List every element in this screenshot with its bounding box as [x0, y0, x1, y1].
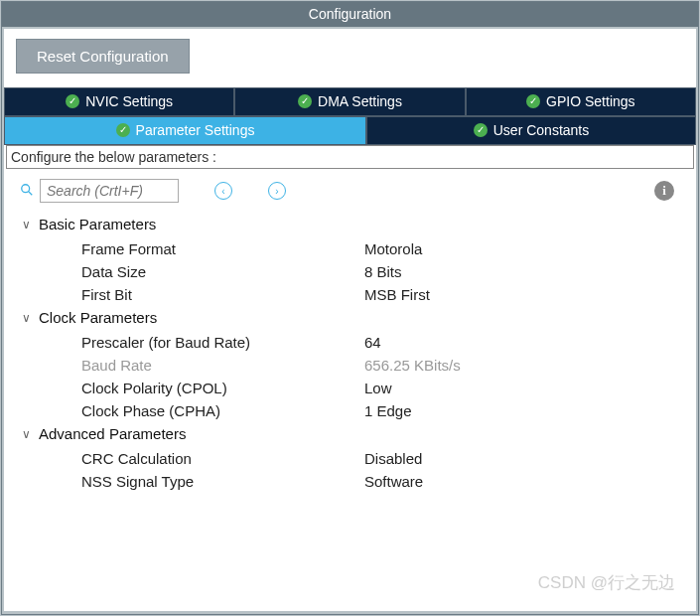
window-title-bar: Configuration [2, 2, 698, 27]
param-nss[interactable]: NSS Signal Type Software [22, 470, 678, 493]
section-title: Clock Parameters [39, 309, 157, 326]
prev-icon[interactable]: ‹ [214, 182, 232, 200]
info-icon[interactable]: i [654, 181, 674, 201]
section-basic[interactable]: ∨ Basic Parameters [22, 213, 678, 237]
tab-user-constants[interactable]: ✓ User Constants [366, 116, 696, 145]
param-label: First Bit [81, 286, 364, 303]
param-value: 1 Edge [364, 402, 412, 419]
reset-button[interactable]: Reset Configuration [16, 39, 190, 74]
param-value: Motorola [364, 240, 422, 257]
param-value: 64 [364, 334, 381, 351]
tab-label: DMA Settings [318, 93, 402, 109]
param-label: Prescaler (for Baud Rate) [81, 334, 364, 351]
tabs-row-1: ✓ NVIC Settings ✓ DMA Settings ✓ GPIO Se… [4, 87, 696, 116]
svg-point-0 [22, 184, 30, 192]
check-icon: ✓ [474, 123, 488, 137]
next-icon[interactable]: › [268, 182, 286, 200]
config-window: Configuration Reset Configuration ✓ NVIC… [1, 1, 699, 615]
param-value: 656.25 KBits/s [364, 357, 461, 374]
param-label: NSS Signal Type [81, 473, 364, 490]
check-icon: ✓ [298, 94, 312, 108]
search-row: ‹ › i [4, 169, 696, 213]
search-input[interactable] [40, 179, 179, 203]
chevron-down-icon: ∨ [22, 218, 31, 231]
filter-bar: Configure the below parameters : [6, 145, 694, 169]
search-icon[interactable] [20, 183, 34, 200]
param-cpha[interactable]: Clock Phase (CPHA) 1 Edge [22, 399, 678, 422]
param-value: Low [364, 380, 392, 396]
param-value: MSB First [364, 286, 430, 303]
param-first-bit[interactable]: First Bit MSB First [22, 283, 678, 306]
param-label: Data Size [81, 263, 364, 280]
tab-nvic[interactable]: ✓ NVIC Settings [4, 87, 234, 116]
param-value: Disabled [364, 450, 422, 467]
config-panel: Reset Configuration ✓ NVIC Settings ✓ DM… [4, 29, 696, 611]
params-body: ∨ Basic Parameters Frame Format Motorola… [4, 213, 696, 493]
param-crc[interactable]: CRC Calculation Disabled [22, 447, 678, 470]
section-title: Advanced Parameters [39, 425, 186, 442]
tab-gpio[interactable]: ✓ GPIO Settings [466, 87, 696, 116]
svg-line-1 [29, 191, 33, 195]
param-value: 8 Bits [364, 263, 402, 280]
tab-parameter-settings[interactable]: ✓ Parameter Settings [4, 116, 366, 145]
reset-button-label: Reset Configuration [37, 48, 169, 65]
tab-label: NVIC Settings [85, 93, 173, 109]
check-icon: ✓ [116, 123, 130, 137]
param-baud-rate: Baud Rate 656.25 KBits/s [22, 354, 678, 377]
chevron-down-icon: ∨ [22, 311, 31, 325]
tab-label: User Constants [493, 122, 589, 138]
tab-label: Parameter Settings [136, 122, 255, 138]
param-prescaler[interactable]: Prescaler (for Baud Rate) 64 [22, 331, 678, 354]
param-label: Clock Polarity (CPOL) [81, 380, 364, 396]
section-clock[interactable]: ∨ Clock Parameters [22, 306, 678, 331]
section-advanced[interactable]: ∨ Advanced Parameters [22, 422, 678, 447]
filter-label: Configure the below parameters : [11, 149, 216, 165]
param-cpol[interactable]: Clock Polarity (CPOL) Low [22, 377, 678, 399]
param-data-size[interactable]: Data Size 8 Bits [22, 260, 678, 283]
section-title: Basic Parameters [39, 216, 156, 232]
window-title: Configuration [309, 6, 391, 22]
param-frame-format[interactable]: Frame Format Motorola [22, 237, 678, 260]
param-label: Clock Phase (CPHA) [81, 402, 364, 419]
tab-label: GPIO Settings [546, 93, 634, 109]
check-icon: ✓ [66, 94, 79, 108]
param-label: CRC Calculation [81, 450, 364, 467]
tab-dma[interactable]: ✓ DMA Settings [234, 87, 465, 116]
param-value: Software [364, 473, 423, 490]
reset-row: Reset Configuration [4, 29, 696, 87]
tabs-row-2: ✓ Parameter Settings ✓ User Constants [4, 116, 696, 145]
param-label: Baud Rate [81, 357, 364, 374]
check-icon: ✓ [526, 94, 540, 108]
param-label: Frame Format [81, 240, 364, 257]
chevron-down-icon: ∨ [22, 427, 31, 441]
